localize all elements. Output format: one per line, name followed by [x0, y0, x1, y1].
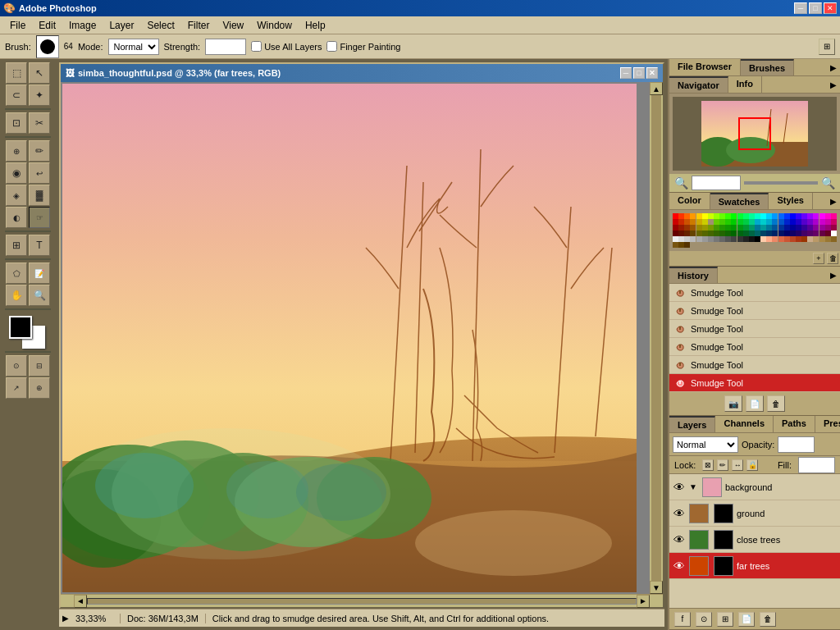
history-item[interactable]: Smudge Tool — [669, 302, 840, 320]
swatch-cell[interactable] — [673, 213, 678, 219]
swatch-cell[interactable] — [760, 236, 766, 242]
swatch-cell[interactable] — [702, 236, 708, 242]
swatch-cell[interactable] — [725, 236, 731, 242]
menu-file[interactable]: File — [3, 18, 32, 33]
layer-mask-btn[interactable]: ⊙ — [696, 612, 712, 627]
swatch-cell[interactable] — [766, 236, 772, 242]
move-tool[interactable]: ↖ — [29, 62, 50, 84]
swatch-cell[interactable] — [825, 225, 831, 231]
canvas-container[interactable]: ▲ ▼ — [61, 82, 663, 594]
swatch-cell[interactable] — [801, 231, 807, 236]
swatch-cell[interactable] — [760, 231, 766, 236]
swatch-cell[interactable] — [673, 225, 678, 231]
swatch-cell[interactable] — [796, 213, 801, 219]
swatch-cell[interactable] — [678, 231, 684, 236]
swatch-cell[interactable] — [825, 219, 831, 225]
jump-icon-2[interactable]: ⊕ — [29, 377, 50, 399]
horizontal-scrollbar[interactable]: ◄ ► — [61, 594, 663, 607]
swatch-cell[interactable] — [673, 236, 678, 242]
swatch-cell[interactable] — [813, 219, 819, 225]
swatch-cell[interactable] — [714, 236, 719, 242]
scroll-right-arrow[interactable]: ► — [637, 595, 650, 608]
swatch-cell[interactable] — [831, 236, 837, 242]
slice-tool[interactable]: ✂ — [29, 112, 50, 134]
layer-visibility-toggle[interactable]: 👁 — [673, 507, 686, 520]
swatch-cell[interactable] — [790, 219, 796, 225]
scroll-track-h[interactable] — [87, 598, 637, 605]
tab-brushes[interactable]: Brushes — [741, 59, 794, 75]
zoom-out-btn[interactable]: 🔍 — [674, 176, 688, 189]
swatch-cell[interactable] — [702, 213, 708, 219]
history-new-doc[interactable]: 📄 — [746, 395, 764, 412]
opacity-input[interactable]: 100% — [778, 436, 815, 453]
history-item[interactable]: Smudge Tool — [669, 338, 840, 356]
swatch-cell[interactable] — [719, 225, 725, 231]
swatch-cell[interactable] — [825, 213, 831, 219]
swatch-cell[interactable] — [796, 231, 801, 236]
menu-filter[interactable]: Filter — [181, 18, 217, 33]
swatch-cell[interactable] — [813, 213, 819, 219]
swatch-cell[interactable] — [690, 225, 696, 231]
swatch-cell[interactable] — [673, 231, 678, 236]
swatch-cell[interactable] — [784, 213, 790, 219]
history-item[interactable]: Smudge Tool — [669, 356, 840, 374]
swatch-cell[interactable] — [696, 231, 702, 236]
swatch-cell[interactable] — [731, 213, 737, 219]
swatch-cell[interactable] — [708, 236, 714, 242]
swatch-cell[interactable] — [749, 231, 755, 236]
swatch-cell[interactable] — [749, 213, 755, 219]
swatch-cell[interactable] — [708, 213, 714, 219]
crop-tool[interactable]: ⊡ — [6, 112, 27, 134]
notes-tool[interactable]: 📝 — [29, 262, 50, 284]
layer-visibility-toggle[interactable]: 👁 — [673, 559, 686, 573]
window-controls[interactable]: ─ □ ✕ — [794, 2, 837, 14]
zoom-value-input[interactable]: 33,33% — [692, 176, 741, 190]
swatch-cell[interactable] — [755, 213, 760, 219]
swatch-cell[interactable] — [737, 213, 743, 219]
menu-edit[interactable]: Edit — [32, 18, 62, 33]
swatch-cell[interactable] — [790, 231, 796, 236]
screen-mode-tool[interactable]: ⊟ — [29, 355, 50, 377]
swatch-cell[interactable] — [708, 225, 714, 231]
swatch-cell[interactable] — [714, 213, 719, 219]
scroll-up-arrow[interactable]: ▲ — [650, 82, 663, 95]
swatch-cell[interactable] — [684, 236, 690, 242]
maximize-button[interactable]: □ — [809, 2, 822, 14]
swatch-cell[interactable] — [714, 219, 719, 225]
swatch-cell[interactable] — [813, 225, 819, 231]
foreground-color-swatch[interactable] — [9, 316, 32, 339]
swatch-cell[interactable] — [831, 219, 837, 225]
nav-thumbnail[interactable] — [701, 101, 808, 167]
tab-history[interactable]: History — [669, 267, 718, 283]
tab-navigator[interactable]: Navigator — [669, 76, 728, 93]
menu-image[interactable]: Image — [62, 18, 103, 33]
swatch-cell[interactable] — [778, 225, 784, 231]
menu-select[interactable]: Select — [140, 18, 180, 33]
swatch-cell[interactable] — [678, 219, 684, 225]
swatch-cell[interactable] — [831, 213, 837, 219]
blur-tool[interactable]: ◐ — [6, 207, 27, 228]
tab-info[interactable]: Info — [728, 76, 762, 93]
jump-to-imageready[interactable]: ↗ — [6, 377, 27, 399]
layer-visibility-toggle[interactable]: 👁 — [673, 481, 686, 494]
magic-wand-tool[interactable]: ✦ — [29, 84, 50, 106]
swatch-cell[interactable] — [737, 225, 743, 231]
healing-tool[interactable]: ⊕ — [6, 140, 27, 162]
swatch-cell[interactable] — [813, 236, 819, 242]
swatch-cell[interactable] — [766, 231, 772, 236]
swatch-cell[interactable] — [684, 231, 690, 236]
swatch-cell[interactable] — [673, 219, 678, 225]
strength-input[interactable]: 80% — [205, 39, 246, 55]
swatch-cell[interactable] — [813, 231, 819, 236]
swatch-cell[interactable] — [766, 219, 772, 225]
history-new-snapshot[interactable]: 📷 — [724, 395, 742, 412]
path-tool[interactable]: ⊞ — [6, 235, 27, 256]
history-item[interactable]: Smudge Tool — [669, 320, 840, 338]
swatch-cell[interactable] — [819, 236, 825, 242]
menu-help[interactable]: Help — [299, 18, 332, 33]
tab-file-browser[interactable]: File Browser — [669, 59, 741, 75]
swatch-cell[interactable] — [790, 236, 796, 242]
swatch-cell[interactable] — [737, 236, 743, 242]
layer-item[interactable]: 👁 far trees — [669, 553, 840, 579]
lock-pixels-btn[interactable]: ✏ — [717, 459, 728, 471]
